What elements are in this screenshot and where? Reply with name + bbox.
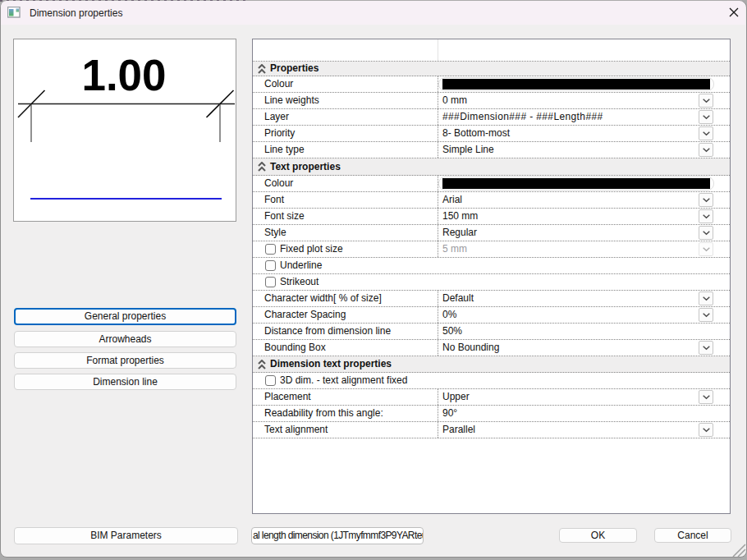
svg-text:1.00: 1.00	[81, 51, 166, 99]
